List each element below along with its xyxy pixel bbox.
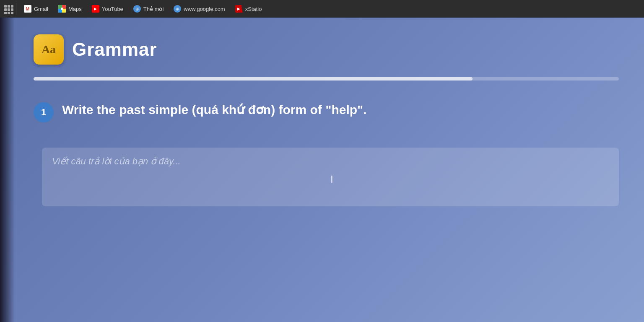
tab-gmail[interactable]: M Gmail: [20, 3, 52, 14]
text-cursor: I: [330, 174, 333, 185]
globe-icon-2: ⊕: [174, 5, 181, 13]
progress-bar-fill: [34, 77, 473, 80]
question-text: Write the past simple (quá khứ đơn) form…: [62, 101, 367, 118]
tab-the-moi[interactable]: ⊕ Thẻ mới: [129, 3, 168, 14]
xstation-icon: ▶: [235, 5, 243, 13]
apps-grid-icon[interactable]: [3, 4, 13, 13]
tab-xstation[interactable]: ▶ xStatio: [231, 3, 266, 14]
question-number: 1: [34, 102, 54, 122]
tab-maps[interactable]: Maps: [54, 3, 86, 14]
tab-gmail-label: Gmail: [34, 6, 48, 12]
left-edge-shadow: [0, 18, 15, 322]
grammar-header: Aa Grammar: [34, 34, 619, 65]
tab-the-moi-label: Thẻ mới: [143, 6, 164, 12]
youtube-icon: ▶: [92, 5, 99, 13]
maps-icon: [58, 5, 66, 13]
tab-xstation-label: xStatio: [245, 6, 262, 12]
grammar-icon: Aa: [34, 34, 64, 65]
progress-bar-container: [34, 77, 619, 80]
tab-youtube-label: YouTube: [102, 6, 123, 12]
tab-maps-label: Maps: [68, 6, 82, 12]
answer-input-area[interactable]: Viết câu trả lời của bạn ở đây... I: [42, 148, 619, 206]
grammar-title: Grammar: [72, 39, 157, 60]
tab-google-label: www.google.com: [184, 6, 225, 12]
toolbar-divider: [16, 3, 16, 15]
answer-placeholder: Viết câu trả lời của bạn ở đây...: [52, 156, 181, 166]
svg-point-5: [61, 8, 63, 10]
question-row: 1 Write the past simple (quá khứ đơn) fo…: [34, 101, 619, 122]
tab-google[interactable]: ⊕ www.google.com: [169, 3, 229, 14]
globe-icon-1: ⊕: [133, 5, 141, 13]
browser-toolbar: M Gmail Maps ▶ YouTube ⊕ Thẻ mới ⊕ www.g…: [0, 0, 644, 18]
main-content: Aa Grammar 1 Write the past simple (quá …: [0, 18, 644, 322]
tab-youtube[interactable]: ▶ YouTube: [88, 3, 127, 14]
gmail-icon: M: [24, 5, 31, 13]
grammar-icon-text: Aa: [42, 43, 56, 56]
question-section: 1 Write the past simple (quá khứ đơn) fo…: [34, 101, 619, 206]
